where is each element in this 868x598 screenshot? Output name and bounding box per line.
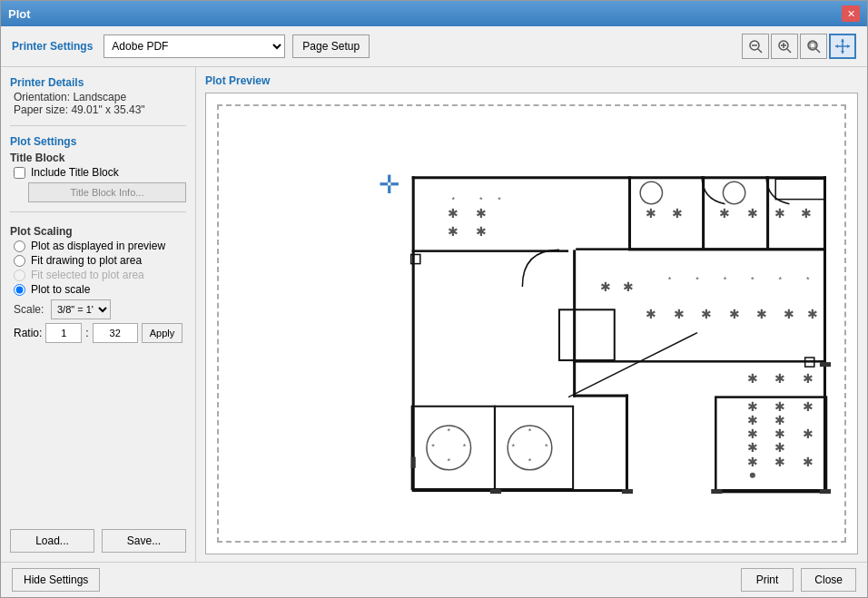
svg-text:*: * — [452, 195, 456, 204]
svg-text:*: * — [724, 275, 727, 284]
move-cursor: ✛ — [379, 170, 399, 199]
svg-marker-12 — [841, 39, 844, 42]
paper-size-value: 49.01" x 35.43" — [71, 103, 144, 116]
door-left-1 — [411, 457, 416, 468]
save-button[interactable]: Save... — [102, 529, 186, 553]
ratio-right-input[interactable] — [93, 323, 138, 343]
toolbar-icons — [742, 34, 856, 59]
svg-text:*: * — [447, 426, 450, 436]
content-area: Printer Details Orientation: Landscape P… — [1, 67, 867, 562]
print-button[interactable]: Print — [741, 568, 794, 592]
ratio-label: Ratio: — [14, 327, 42, 339]
svg-text:✱: ✱ — [646, 307, 656, 321]
counter-top — [775, 179, 824, 199]
title-block-info-row: Title Block Info... — [10, 182, 186, 202]
right-panel: Plot Preview ✛ — [196, 67, 867, 562]
svg-text:✱: ✱ — [674, 307, 685, 321]
title-block-info-button[interactable]: Title Block Info... — [28, 182, 186, 202]
svg-text:✱: ✱ — [784, 307, 794, 321]
ratio-left-input[interactable] — [45, 323, 82, 343]
printer-settings-bar: Printer Settings Adobe PDF Page Setup — [1, 26, 867, 67]
svg-text:✱: ✱ — [448, 206, 459, 221]
paper-size-row: Paper size: 49.01" x 35.43" — [14, 103, 186, 116]
printer-details-title: Printer Details — [10, 76, 186, 89]
svg-text:*: * — [511, 442, 515, 451]
radio-fit[interactable] — [14, 255, 25, 267]
bottom-bar: Hide Settings Print Close — [1, 562, 867, 597]
include-title-block-checkbox[interactable] — [14, 167, 25, 179]
svg-text:*: * — [431, 442, 435, 451]
svg-text:✱: ✱ — [801, 206, 812, 221]
svg-text:✱: ✱ — [747, 371, 758, 386]
scale-select[interactable]: 3/8" = 1' — [51, 299, 111, 319]
zoom-out-icon — [748, 39, 763, 54]
svg-text:✱: ✱ — [600, 279, 611, 294]
fixture-2 — [723, 181, 745, 203]
radio-preview-row: Plot as displayed in preview — [14, 240, 186, 252]
svg-text:✱: ✱ — [803, 426, 814, 441]
separator-1 — [10, 125, 186, 126]
radio-preview[interactable] — [14, 240, 25, 252]
plot-preview-label: Plot Preview — [205, 74, 858, 87]
page-setup-button[interactable]: Page Setup — [292, 34, 370, 58]
printer-settings-label: Printer Settings — [12, 40, 93, 53]
svg-text:*: * — [463, 442, 467, 451]
svg-text:✱: ✱ — [623, 279, 634, 294]
h-wall-small — [573, 395, 628, 397]
load-button[interactable]: Load... — [10, 529, 94, 553]
svg-marker-13 — [841, 51, 844, 54]
close-dialog-button[interactable]: Close — [801, 568, 856, 592]
printer-details-section: Printer Details Orientation: Landscape P… — [10, 76, 186, 116]
h-mid-wall-2 — [576, 248, 826, 250]
radio-selected[interactable] — [14, 270, 25, 281]
svg-line-8 — [816, 49, 820, 53]
svg-text:✱: ✱ — [747, 399, 758, 414]
hide-settings-button[interactable]: Hide Settings — [12, 568, 100, 592]
svg-text:✱: ✱ — [774, 413, 785, 427]
window-title: Plot — [8, 7, 31, 21]
svg-text:✱: ✱ — [774, 399, 785, 414]
door-bottom-3 — [711, 489, 722, 494]
plot-scaling-section: Plot Scaling Plot as displayed in previe… — [10, 221, 186, 343]
radio-scale[interactable] — [14, 284, 25, 296]
mid-room — [559, 309, 615, 360]
svg-text:✱: ✱ — [803, 455, 814, 469]
svg-text:✱: ✱ — [747, 426, 758, 441]
radio-selected-row: Fit selected to plot area — [14, 269, 186, 281]
title-bar: Plot ✕ — [1, 1, 867, 26]
zoom-fit-button[interactable] — [800, 34, 827, 59]
svg-text:*: * — [695, 275, 699, 284]
lower-room-2 — [495, 407, 573, 489]
svg-text:✱: ✱ — [803, 371, 814, 386]
door-bottom-4 — [820, 489, 831, 494]
apply-button[interactable]: Apply — [142, 323, 183, 343]
furniture-group-1: ✱ ✱ ✱ ✱ * * * — [448, 195, 501, 240]
window-close-button[interactable]: ✕ — [842, 5, 860, 22]
pan-icon — [834, 38, 851, 54]
pan-button[interactable] — [829, 34, 856, 59]
floor-plan-svg: ✛ — [206, 93, 857, 554]
bottom-buttons: Load... Save... — [10, 522, 186, 553]
plot-window: Plot ✕ Printer Settings Adobe PDF Page S… — [0, 0, 868, 598]
zoom-in-button[interactable] — [771, 34, 798, 59]
printer-select[interactable]: Adobe PDF — [104, 34, 285, 58]
zoom-out-button[interactable] — [742, 34, 769, 59]
plot-settings-title: Plot Settings — [10, 135, 186, 148]
svg-text:✱: ✱ — [774, 455, 785, 469]
svg-text:✱: ✱ — [774, 440, 785, 455]
svg-text:✱: ✱ — [448, 224, 459, 239]
ratio-colon: : — [85, 327, 88, 339]
radio-preview-label: Plot as displayed in preview — [31, 240, 165, 252]
svg-text:✱: ✱ — [807, 307, 818, 321]
svg-text:✱: ✱ — [747, 440, 758, 455]
main-wrapper: Printer Settings Adobe PDF Page Setup — [1, 26, 867, 597]
svg-text:✱: ✱ — [803, 399, 814, 414]
svg-text:✱: ✱ — [719, 206, 730, 221]
svg-text:✱: ✱ — [774, 426, 785, 441]
door-arc-1 — [522, 250, 559, 287]
radio-fit-label: Fit drawing to plot area — [31, 254, 142, 267]
door-arc-2 — [702, 176, 725, 203]
paper-size-label: Paper size: — [14, 103, 68, 116]
svg-marker-15 — [847, 44, 850, 48]
svg-text:✱: ✱ — [747, 413, 758, 427]
